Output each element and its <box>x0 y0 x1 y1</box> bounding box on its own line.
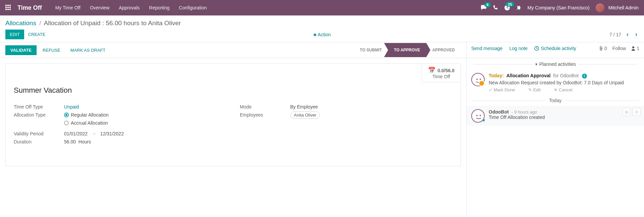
calendar-icon: 📅 <box>428 67 435 74</box>
follow-button[interactable]: Follow <box>612 46 626 51</box>
activity-title[interactable]: Allocation Approval <box>506 73 551 78</box>
label-mode: Mode <box>240 104 290 110</box>
field-validity: 01/01/2022 → 12/31/2022 <box>64 131 124 136</box>
user-avatar <box>596 3 604 12</box>
stat-label: Time Off <box>428 74 454 79</box>
label-allocation-type: Allocation Type <box>14 112 64 118</box>
svg-point-1 <box>632 46 634 48</box>
edit-button[interactable]: EDIT <box>5 30 24 39</box>
svg-point-5 <box>480 115 481 116</box>
gear-icon: ✱ <box>313 33 317 37</box>
activity-item: Today: Allocation Approval for OdooBot i… <box>467 70 644 95</box>
label-validity: Validity Period <box>14 131 64 136</box>
message-avatar[interactable]: ♥ <box>471 109 485 123</box>
svg-point-2 <box>476 79 478 80</box>
employee-tag[interactable]: Anita Oliver <box>290 112 320 119</box>
validate-button[interactable]: VALIDATE <box>5 45 37 55</box>
field-mode: By Employee <box>290 104 318 110</box>
nav-my-time-off[interactable]: My Time Off <box>55 5 80 10</box>
user-menu[interactable]: Mitchell Admin <box>596 3 639 12</box>
company-switcher[interactable]: My Company (San Francisco) <box>528 5 590 10</box>
nav-overview[interactable]: Overview <box>90 5 109 10</box>
nav-approvals[interactable]: Approvals <box>119 5 140 10</box>
star-button[interactable]: ☆ <box>633 108 641 116</box>
info-icon[interactable]: i <box>582 74 587 79</box>
activity-description: New Allocation Request created by OdooBo… <box>489 80 639 85</box>
create-button[interactable]: CREATE <box>24 30 50 39</box>
pager-next[interactable]: › <box>634 31 639 38</box>
nav-menu: My Time Off Overview Approvals Reporting… <box>55 5 207 10</box>
cancel-activity-button[interactable]: ✕ Cancel <box>554 87 578 92</box>
activity-avatar[interactable] <box>471 73 485 86</box>
message-body: Time Off Allocation created <box>489 115 545 120</box>
arrow-icon: → <box>92 131 96 136</box>
breadcrumb-current: Allocation of Unpaid : 56.00 hours to An… <box>44 19 181 27</box>
status-bar: VALIDATE REFUSE MARK AS DRAFT TO SUBMIT … <box>0 42 644 58</box>
action-menu[interactable]: ✱Action <box>313 32 331 37</box>
message-item: ♥ OdooBot - 9 hours ago Time Off Allocat… <box>467 106 644 126</box>
message-time: - 9 hours ago <box>512 110 537 115</box>
followers-button[interactable]: 1 <box>631 46 639 51</box>
control-bar: Allocations / Allocation of Unpaid : 56.… <box>0 15 644 42</box>
messages-icon[interactable]: 6 <box>481 5 487 10</box>
top-navbar: Time Off My Time Off Overview Approvals … <box>0 0 644 15</box>
nav-configuration[interactable]: Configuration <box>179 5 207 10</box>
radio-accrual-allocation[interactable]: Accrual Allocation <box>64 120 109 126</box>
status-approved[interactable]: APPROVED <box>426 43 461 57</box>
form-pane: 📅0.0/56.0 Time Off Summer Vacation Time … <box>0 58 466 217</box>
form-sheet: 📅0.0/56.0 Time Off Summer Vacation Time … <box>5 63 461 166</box>
activities-icon[interactable]: 25 <box>504 5 510 11</box>
breadcrumb-parent[interactable]: Allocations <box>5 19 36 27</box>
planned-activities-header[interactable]: ▼ Planned activities <box>467 58 644 70</box>
apps-icon[interactable] <box>5 5 11 11</box>
day-separator: Today <box>467 95 644 106</box>
stat-time-off-button[interactable]: 📅0.0/56.0 Time Off <box>422 64 461 82</box>
attachments-button[interactable]: 0 <box>599 46 607 51</box>
pager: 7 / 17 ‹ › <box>609 31 639 38</box>
label-employees: Employees <box>240 112 290 118</box>
stat-number: 0.0/56.0 <box>437 68 454 73</box>
field-duration: 56.00 Hours <box>64 139 91 144</box>
record-title: Summer Vacation <box>14 86 452 95</box>
svg-point-3 <box>480 79 481 80</box>
radio-checked-icon <box>64 113 69 117</box>
schedule-activity-button[interactable]: Schedule activity <box>534 46 576 51</box>
status-to-submit[interactable]: TO SUBMIT <box>354 43 388 57</box>
breadcrumb: Allocations / Allocation of Unpaid : 56.… <box>5 19 639 27</box>
phone-icon[interactable] <box>493 5 498 10</box>
status-to-approve[interactable]: TO APPROVE <box>388 43 426 57</box>
chatter-topbar: Send message Log note Schedule activity … <box>467 42 644 54</box>
user-name: Mitchell Admin <box>608 5 639 10</box>
messages-badge: 6 <box>484 2 490 7</box>
radio-regular-allocation[interactable]: Regular Allocation <box>64 112 109 118</box>
label-time-off-type: Time Off Type <box>14 104 64 110</box>
heart-icon: ♥ <box>482 118 485 123</box>
emoji-button[interactable]: ☺ <box>623 108 631 116</box>
pager-prev[interactable]: ‹ <box>625 31 630 38</box>
edit-activity-button[interactable]: ✎ Edit <box>528 87 547 92</box>
activity-due: Today: <box>489 73 504 78</box>
breadcrumb-sep: / <box>39 19 41 27</box>
mark-draft-button[interactable]: MARK AS DRAFT <box>66 46 110 55</box>
svg-point-4 <box>476 115 478 116</box>
caret-down-icon: ▼ <box>535 62 538 66</box>
app-brand[interactable]: Time Off <box>17 4 42 11</box>
chatter-pane: ▼ Planned activities Today: Allocation A… <box>466 58 644 217</box>
pager-value[interactable]: 7 / 17 <box>609 32 621 37</box>
activity-type-icon <box>479 80 485 86</box>
refuse-button[interactable]: REFUSE <box>39 46 64 55</box>
nav-reporting[interactable]: Reporting <box>149 5 170 10</box>
mark-done-button[interactable]: ✓ Mark Done <box>489 87 521 92</box>
field-time-off-type[interactable]: Unpaid <box>64 104 79 110</box>
radio-unchecked-icon <box>64 121 69 125</box>
activities-badge: 25 <box>506 2 514 7</box>
activity-assignee: for OdooBot <box>553 73 579 78</box>
debug-icon[interactable] <box>516 5 522 10</box>
status-flow: TO SUBMIT TO APPROVE APPROVED <box>354 43 461 57</box>
message-author[interactable]: OdooBot <box>489 109 509 115</box>
label-duration: Duration <box>14 139 64 144</box>
send-message-button[interactable]: Send message <box>471 46 502 51</box>
log-note-button[interactable]: Log note <box>509 46 528 51</box>
